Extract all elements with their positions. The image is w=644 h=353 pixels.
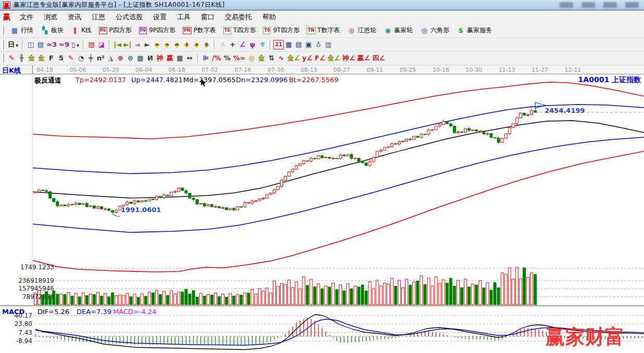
menu-item-设置[interactable]: 设置: [148, 11, 172, 23]
spiral-tool-icon[interactable]: 5: [56, 53, 66, 63]
gold-ticks-2-icon[interactable]: 金: [36, 53, 46, 63]
diamond-cross-icon[interactable]: ◆+: [192, 40, 201, 50]
sectors-button[interactable]: ▚板块: [37, 25, 67, 36]
gold-ticks-1-icon[interactable]: 金: [27, 53, 36, 63]
next-page-icon[interactable]: ►: [142, 40, 152, 50]
crosshair-tool-icon[interactable]: +: [228, 40, 237, 50]
wave-3-icon[interactable]: ≈3: [45, 40, 58, 50]
y-angle-icon[interactable]: y∠: [301, 53, 313, 63]
zoom-restore-icon[interactable]: ◫: [26, 40, 35, 50]
grid-123-icon[interactable]: ▦: [175, 53, 185, 63]
wave-25-icon[interactable]: ∿: [276, 53, 286, 63]
diamond-right-icon[interactable]: ◆→: [162, 40, 172, 50]
menu-item-文件[interactable]: 文件: [15, 11, 39, 23]
menu-item-窗口[interactable]: 窗口: [196, 11, 220, 23]
shen-tool-icon[interactable]: 神: [155, 53, 165, 63]
last-page-icon[interactable]: ►|: [122, 40, 132, 50]
remote-pc-icon[interactable]: ▥: [323, 40, 333, 50]
p-square-button[interactable]: PSP四方形: [95, 25, 135, 36]
period-day-icon[interactable]: 日▼: [7, 40, 19, 50]
window-button-1[interactable]: [560, 2, 573, 8]
diamond-left-icon[interactable]: ◆←: [152, 40, 162, 50]
9p-square-button[interactable]: P99P四方形: [135, 25, 179, 36]
hand-tool-icon[interactable]: ☝: [218, 40, 228, 50]
diamond-all-icon[interactable]: ◆±: [201, 40, 211, 50]
angle-mirror-icon[interactable]: ◮: [106, 53, 116, 63]
channel-up-value: Up=2447.4821: [131, 76, 183, 84]
title-bar[interactable]: 赢 赢家江恩专业版[赢家内部服务平台] - [上证指数 SH1A0001-167…: [0, 0, 644, 10]
menu-item-公式选股[interactable]: 公式选股: [110, 11, 148, 23]
cycle-circle-icon[interactable]: ◔: [76, 53, 86, 63]
gold-angle-1-icon[interactable]: 金∠: [286, 53, 301, 63]
window-button-3[interactable]: [603, 2, 617, 8]
diamond-compress-icon[interactable]: ◆↕: [182, 40, 192, 50]
n-square-icon[interactable]: n²: [96, 53, 106, 63]
wave-9-icon[interactable]: ≈9: [58, 40, 70, 50]
toolbar-grip[interactable]: [2, 40, 4, 49]
percent-icon[interactable]: %: [222, 53, 232, 63]
gold-circle-icon[interactable]: ◎: [247, 53, 257, 63]
toolbar-grip[interactable]: [2, 54, 4, 63]
t-square-button[interactable]: TST四方形: [220, 25, 260, 36]
winner-service-button[interactable]: $赢家服务: [453, 25, 496, 36]
gold-levels-icon[interactable]: 金: [257, 53, 267, 63]
t-number-button[interactable]: TNT数字表: [303, 25, 344, 36]
gann-box-icon[interactable]: ▨: [86, 40, 96, 50]
kline-button[interactable]: ‖K线: [67, 25, 95, 36]
web-target-icon[interactable]: ⊛: [125, 53, 135, 63]
date-tick-06-04: 06-04: [135, 67, 152, 73]
calendar-icon[interactable]: 21: [273, 40, 284, 49]
compass-target-icon[interactable]: ⊕: [116, 53, 125, 63]
9t-square-button[interactable]: T99T四方形: [259, 25, 303, 36]
gann-fan-tool-icon[interactable]: ψ: [247, 40, 257, 50]
window-button-2[interactable]: [582, 2, 595, 8]
menu-item-江恩[interactable]: 江恩: [86, 11, 110, 23]
save-icon[interactable]: ▣: [304, 40, 313, 50]
report-icon[interactable]: ▤: [294, 40, 304, 50]
winner-wheel-button[interactable]: ◉赢家轮: [380, 25, 416, 36]
menu-item-工具[interactable]: 工具: [172, 11, 196, 23]
first-page-icon[interactable]: |◄: [112, 40, 122, 50]
fib-tool-icon[interactable]: F: [46, 53, 56, 63]
info-board-icon[interactable]: ▤: [35, 40, 45, 50]
menu-item-资讯[interactable]: 资讯: [62, 11, 86, 23]
percent-slope-icon[interactable]: ∕%: [211, 53, 222, 63]
wave-tool-icon[interactable]: ♆: [257, 40, 267, 50]
ying-angle-icon[interactable]: 赢∠: [356, 53, 371, 63]
si-angle-icon[interactable]: 四∠: [371, 53, 386, 63]
angle-measure-icon[interactable]: ∠: [237, 40, 247, 50]
quotes-button[interactable]: ▦行情: [7, 25, 37, 36]
updown-arrow-icon[interactable]: ⇅: [267, 53, 276, 63]
window-button-4[interactable]: [625, 2, 639, 8]
gann-wheel-button[interactable]: ◎江恩轮: [344, 25, 380, 36]
prev-page-icon[interactable]: ◄: [132, 40, 142, 50]
grid-target-icon[interactable]: ▩: [135, 53, 145, 63]
menu-item-帮助[interactable]: 帮助: [257, 11, 281, 23]
p-number-button[interactable]: PNP数字表: [179, 25, 220, 36]
candle-style-icon[interactable]: ▯▼: [70, 40, 80, 50]
hexagon-button[interactable]: ◎六角形: [416, 25, 453, 36]
toolbar-navigation: 日▼◫▤≈3≈9▯▼▨◪|◄►|◄►◆←◆→◆↔◆↕◆+◆±☝+∠ψ♆21▦▤▣…: [0, 38, 644, 51]
diamond-expand-icon[interactable]: ◆↔: [172, 40, 182, 50]
gold-angle-2-icon[interactable]: 金∠: [326, 53, 342, 63]
web-link-icon[interactable]: ♁: [313, 40, 323, 50]
tick-ruler-icon[interactable]: ╫: [17, 53, 27, 63]
calculator-icon[interactable]: ▦: [284, 40, 294, 50]
toolbar-grip[interactable]: [2, 26, 4, 35]
percent-levels-icon[interactable]: %=: [232, 53, 247, 63]
k-count-icon[interactable]: И: [145, 53, 155, 63]
period-day-dropdown-icon: ▼: [16, 44, 18, 48]
volume-profile-icon[interactable]: ◪: [96, 40, 106, 50]
macd-axis-label-2: 23.80: [6, 320, 32, 328]
ying-tool-icon[interactable]: 赢: [165, 53, 175, 63]
menu-item-浏览[interactable]: 浏览: [39, 11, 62, 23]
f-angle-icon[interactable]: F∠: [314, 53, 327, 63]
shen-angle-icon[interactable]: 神∠: [342, 53, 357, 63]
ruler-2-icon[interactable]: ╪: [86, 53, 96, 63]
draw-pencil-icon[interactable]: ✎: [7, 53, 17, 63]
menu-item-交易委托[interactable]: 交易委托: [220, 11, 257, 23]
draw-pencil-2-icon[interactable]: ✎: [66, 53, 76, 63]
stats-bars-icon[interactable]: ⊫: [201, 53, 211, 63]
span-arrow-icon[interactable]: ↔: [185, 53, 195, 63]
pane-separator[interactable]: [0, 305, 644, 307]
